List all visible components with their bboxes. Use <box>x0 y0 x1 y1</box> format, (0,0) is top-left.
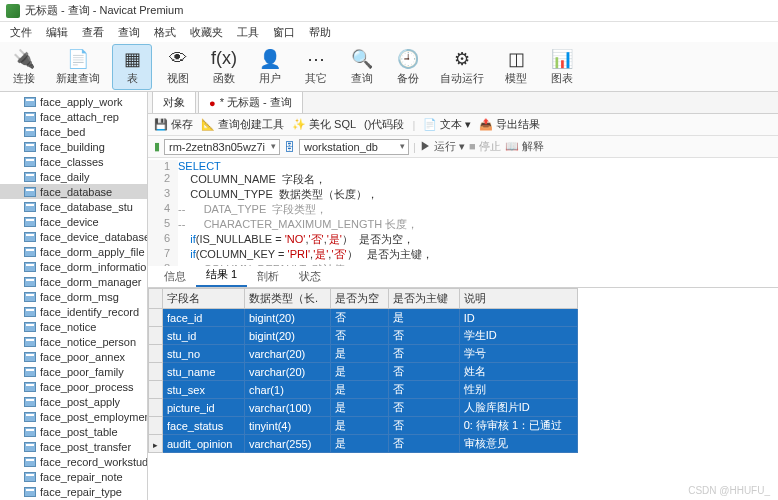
cell[interactable]: 性别 <box>459 381 577 399</box>
menu-format[interactable]: 格式 <box>148 23 182 42</box>
tb-用户[interactable]: 👤用户 <box>250 44 290 90</box>
stop-button[interactable]: ■ 停止 <box>469 139 501 154</box>
cell[interactable]: bigint(20) <box>244 309 330 327</box>
builder-button[interactable]: 📐 查询创建工具 <box>201 117 284 132</box>
tab-objects[interactable]: 对象 <box>152 92 196 113</box>
sidebar-item[interactable]: face_apply_work <box>0 94 147 109</box>
cell[interactable]: 是 <box>330 345 388 363</box>
run-button[interactable]: ▶ 运行 ▾ <box>420 139 465 154</box>
sidebar-item[interactable]: face_post_apply <box>0 394 147 409</box>
tb-图表[interactable]: 📊图表 <box>542 44 582 90</box>
cell[interactable]: stu_sex <box>163 381 245 399</box>
sidebar-item[interactable]: face_identify_record <box>0 304 147 319</box>
server-select[interactable]: rm-2zetn83n05wz7i <box>164 139 280 155</box>
menu-file[interactable]: 文件 <box>4 23 38 42</box>
cell[interactable]: varchar(255) <box>244 435 330 453</box>
cell[interactable]: 否 <box>389 345 459 363</box>
sidebar-item[interactable]: face_classes <box>0 154 147 169</box>
cell[interactable]: 否 <box>389 399 459 417</box>
cell[interactable]: 是 <box>330 435 388 453</box>
sql-editor[interactable]: 1SELECT2 COLUMN_NAME 字段名，3 COLUMN_TYPE 数… <box>148 158 778 266</box>
tb-视图[interactable]: 👁视图 <box>158 44 198 90</box>
sidebar[interactable]: face_apply_workface_attach_repface_bedfa… <box>0 92 148 500</box>
sidebar-item[interactable]: face_notice_person <box>0 334 147 349</box>
sidebar-item[interactable]: face_daily <box>0 169 147 184</box>
cell[interactable]: face_id <box>163 309 245 327</box>
cell[interactable]: audit_opinion <box>163 435 245 453</box>
cell[interactable]: 是 <box>330 381 388 399</box>
cell[interactable]: face_status <box>163 417 245 435</box>
menu-view[interactable]: 查看 <box>76 23 110 42</box>
sidebar-item[interactable]: face_attach_rep <box>0 109 147 124</box>
cell[interactable]: picture_id <box>163 399 245 417</box>
cell[interactable]: 审核意见 <box>459 435 577 453</box>
tb-新建查询[interactable]: 📄新建查询 <box>50 44 106 90</box>
result-grid[interactable]: 字段名数据类型（长.是否为空是否为主键说明face_idbigint(20)否是… <box>148 288 778 500</box>
sidebar-item[interactable]: face_post_table <box>0 424 147 439</box>
sidebar-item[interactable]: face_database <box>0 184 147 199</box>
seg-button[interactable]: ()代码段 <box>364 117 404 132</box>
sidebar-item[interactable]: face_device_database <box>0 229 147 244</box>
sidebar-item[interactable]: face_repair_note <box>0 469 147 484</box>
cell[interactable]: ID <box>459 309 577 327</box>
cell[interactable]: stu_name <box>163 363 245 381</box>
menu-edit[interactable]: 编辑 <box>40 23 74 42</box>
sidebar-item[interactable]: face_dorm_information <box>0 259 147 274</box>
db-select[interactable]: workstation_db <box>299 139 409 155</box>
tb-连接[interactable]: 🔌连接 <box>4 44 44 90</box>
sidebar-item[interactable]: face_poor_process <box>0 379 147 394</box>
explain-button[interactable]: 📖 解释 <box>505 139 544 154</box>
tb-自动运行[interactable]: ⚙自动运行 <box>434 44 490 90</box>
cell[interactable]: 否 <box>389 327 459 345</box>
cell[interactable]: varchar(20) <box>244 363 330 381</box>
sidebar-item[interactable]: face_repair_type <box>0 484 147 499</box>
cell[interactable]: 学号 <box>459 345 577 363</box>
menu-fav[interactable]: 收藏夹 <box>184 23 229 42</box>
sidebar-item[interactable]: face_post_transfer <box>0 439 147 454</box>
cell[interactable]: 否 <box>389 381 459 399</box>
tb-备份[interactable]: 🕘备份 <box>388 44 428 90</box>
cell[interactable]: 0: 待审核 1：已通过 <box>459 417 577 435</box>
export-button[interactable]: 📤 导出结果 <box>479 117 540 132</box>
rtab-status[interactable]: 状态 <box>289 266 331 287</box>
cell[interactable]: varchar(100) <box>244 399 330 417</box>
cell[interactable]: 是 <box>330 399 388 417</box>
cell[interactable]: 否 <box>330 327 388 345</box>
tab-query[interactable]: ●* 无标题 - 查询 <box>198 92 303 113</box>
sidebar-item[interactable]: face_poor_family <box>0 364 147 379</box>
sidebar-item[interactable]: face_record_workstudy <box>0 454 147 469</box>
sidebar-item[interactable]: face_bed <box>0 124 147 139</box>
menu-help[interactable]: 帮助 <box>303 23 337 42</box>
sidebar-item[interactable]: face_dorm_apply_file <box>0 244 147 259</box>
cell[interactable]: stu_no <box>163 345 245 363</box>
menu-query[interactable]: 查询 <box>112 23 146 42</box>
tb-表[interactable]: ▦表 <box>112 44 152 90</box>
sidebar-item[interactable]: face_database_stu <box>0 199 147 214</box>
cell[interactable]: 是 <box>389 309 459 327</box>
sidebar-item[interactable]: face_dorm_manager <box>0 274 147 289</box>
tb-查询[interactable]: 🔍查询 <box>342 44 382 90</box>
sidebar-item[interactable]: face_notice <box>0 319 147 334</box>
cell[interactable]: 是 <box>330 417 388 435</box>
cell[interactable]: 否 <box>389 363 459 381</box>
rtab-info[interactable]: 信息 <box>154 266 196 287</box>
cell[interactable]: 否 <box>330 309 388 327</box>
tb-函数[interactable]: f(x)函数 <box>204 44 244 90</box>
cell[interactable]: stu_id <box>163 327 245 345</box>
cell[interactable]: tinyint(4) <box>244 417 330 435</box>
cell[interactable]: 是 <box>330 363 388 381</box>
cell[interactable]: 人脸库图片ID <box>459 399 577 417</box>
menu-window[interactable]: 窗口 <box>267 23 301 42</box>
cell[interactable]: 姓名 <box>459 363 577 381</box>
beautify-button[interactable]: ✨ 美化 SQL <box>292 117 356 132</box>
rtab-result[interactable]: 结果 1 <box>196 264 247 287</box>
sidebar-item[interactable]: face_poor_annex <box>0 349 147 364</box>
tb-模型[interactable]: ◫模型 <box>496 44 536 90</box>
rtab-profile[interactable]: 剖析 <box>247 266 289 287</box>
cell[interactable]: 学生ID <box>459 327 577 345</box>
cell[interactable]: 否 <box>389 417 459 435</box>
text-button[interactable]: 📄 文本 ▾ <box>423 117 471 132</box>
sidebar-item[interactable]: face_post_employment <box>0 409 147 424</box>
sidebar-item[interactable]: face_device <box>0 214 147 229</box>
cell[interactable]: 否 <box>389 435 459 453</box>
